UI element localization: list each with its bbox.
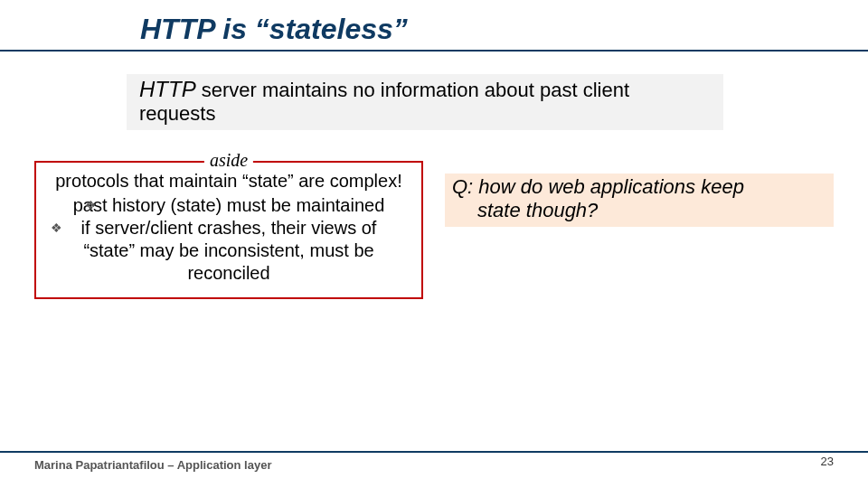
aside-label: aside [204, 150, 253, 171]
diamond-bullet-icon: ❖ [85, 198, 97, 214]
list-item: ❖ past history (state) must be maintaine… [45, 194, 412, 217]
statement-box: HTTP server maintains no information abo… [127, 74, 723, 130]
aside-box: aside protocols that maintain “state” ar… [34, 161, 423, 299]
aside-lead: protocols that maintain “state” are comp… [45, 170, 412, 192]
question-line2: state though? [452, 199, 828, 222]
title-area: HTTP is “stateless” [0, 13, 868, 52]
title-quoted: “stateless” [255, 13, 408, 45]
page-number: 23 [821, 455, 834, 468]
title-divider [0, 50, 868, 52]
aside-list: ❖ past history (state) must be maintaine… [45, 194, 412, 285]
footer-divider [0, 451, 868, 453]
list-item: ❖ if server/client crashes, their views … [45, 217, 412, 285]
list-item-text: past history (state) must be maintained [73, 195, 385, 215]
diamond-bullet-icon: ❖ [51, 221, 62, 237]
statement-http: HTTP [139, 77, 196, 101]
question-line1: Q: how do web applications keep [452, 175, 744, 198]
list-item-text: if server/client crashes, their views of… [81, 218, 377, 283]
statement-rest: server maintains no information about pa… [139, 79, 629, 125]
title-prefix: HTTP is [140, 13, 255, 45]
footer-text: Marina Papatriantafilou – Application la… [0, 458, 868, 472]
footer-area: Marina Papatriantafilou – Application la… [0, 451, 868, 472]
slide-title: HTTP is “stateless” [0, 13, 868, 46]
question-box: Q: how do web applications keep state th… [445, 174, 834, 227]
